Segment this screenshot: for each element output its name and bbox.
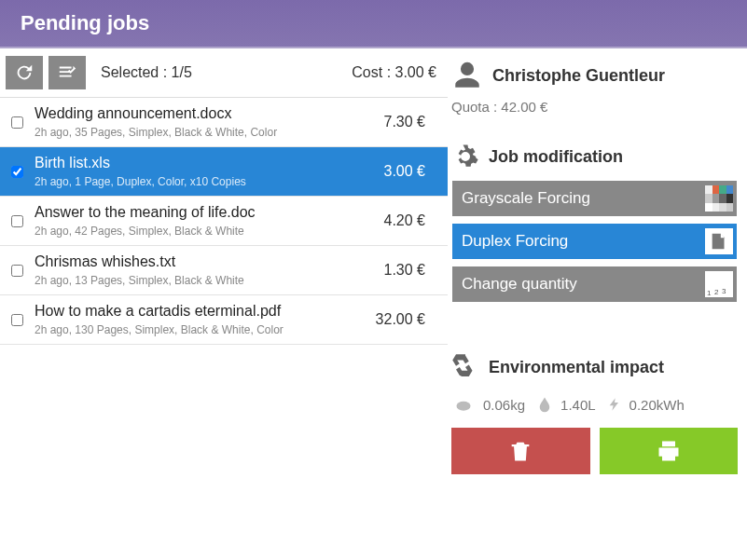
job-meta: 2h ago, 13 Pages, Simplex, Black & White (35, 274, 384, 287)
job-meta: 2h ago, 1 Page, Duplex, Color, x10 Copie… (35, 175, 384, 188)
grayscale-forcing-button[interactable]: Grayscale Forcing (451, 180, 738, 217)
job-meta: 2h ago, 130 Pages, Simplex, Black & Whit… (35, 323, 376, 336)
checklist-icon (57, 62, 77, 83)
job-row[interactable]: How to make a cartadis eterminal.pdf 2h … (0, 295, 448, 345)
job-checkbox[interactable] (11, 215, 23, 227)
env-co2: 0.06kg (483, 397, 525, 413)
grayscale-label: Grayscale Forcing (462, 189, 590, 208)
job-cost: 3.00 € (384, 163, 442, 180)
env-energy: 0.20kWh (629, 397, 685, 413)
duplex-label: Duplex Forcing (462, 232, 568, 251)
env-metrics: 0.06kg 1.40L 0.20kWh (451, 394, 738, 415)
side-panel: Christophe Guentleur Quota : 42.00 € Job… (448, 48, 747, 559)
duplex-icon (705, 228, 733, 254)
pages-icon: 1 2 3 (705, 271, 733, 297)
user-icon (451, 60, 483, 91)
selected-count-label: Selected : 1/5 (101, 64, 192, 81)
toolbar: Selected : 1/5 Cost : 3.00 € (0, 48, 448, 98)
duplex-forcing-button[interactable]: Duplex Forcing (451, 223, 738, 260)
user-section: Christophe Guentleur (451, 56, 738, 95)
job-title: Wedding announcement.docx (35, 105, 384, 122)
job-row[interactable]: Wedding announcement.docx 2h ago, 35 Pag… (0, 98, 448, 147)
recycle-icon (451, 353, 479, 381)
job-checkbox[interactable] (11, 265, 23, 277)
env-title: Environmental impact (489, 358, 664, 377)
change-quantity-button[interactable]: Change quantity 1 2 3 (451, 266, 738, 303)
env-section: Environmental impact (451, 349, 738, 385)
job-title: How to make a cartadis eterminal.pdf (35, 303, 376, 320)
refresh-icon (14, 62, 35, 83)
quota-label: Quota : 42.00 € (451, 99, 738, 115)
env-water: 1.40L (560, 397, 596, 413)
job-cost: 7.30 € (384, 114, 442, 130)
lightning-icon (607, 394, 622, 415)
job-row[interactable]: Chrismas whishes.txt 2h ago, 13 Pages, S… (0, 246, 448, 295)
job-title: Answer to the meaning of life.doc (35, 204, 384, 221)
job-title: Birth list.xls (35, 155, 384, 171)
co2-icon (451, 395, 476, 414)
job-checkbox[interactable] (11, 166, 23, 178)
job-row[interactable]: Birth list.xls 2h ago, 1 Page, Duplex, C… (0, 147, 448, 197)
job-title: Chrismas whishes.txt (35, 253, 384, 270)
printer-icon (655, 438, 683, 464)
total-cost-label: Cost : 3.00 € (352, 64, 436, 81)
color-swatch-icon (705, 185, 733, 212)
job-row[interactable]: Answer to the meaning of life.doc 2h ago… (0, 197, 448, 246)
svg-point-0 (457, 402, 471, 411)
refresh-button[interactable] (6, 56, 43, 89)
job-checkbox[interactable] (11, 116, 23, 129)
job-mod-title: Job modification (489, 147, 623, 167)
page-title: Pending jobs (21, 11, 149, 34)
job-checkbox[interactable] (11, 314, 23, 326)
page-header: Pending jobs (0, 0, 747, 48)
job-mod-section: Job modification (451, 139, 738, 174)
user-name: Christophe Guentleur (492, 66, 665, 86)
job-meta: 2h ago, 35 Pages, Simplex, Black & White… (35, 126, 384, 139)
select-all-button[interactable] (48, 56, 86, 89)
quantity-label: Change quantity (462, 275, 577, 294)
job-meta: 2h ago, 42 Pages, Simplex, Black & White (35, 225, 384, 238)
trash-icon (507, 438, 533, 464)
print-button[interactable] (600, 428, 739, 474)
action-bar (451, 428, 738, 474)
delete-button[interactable] (451, 428, 590, 474)
job-cost: 1.30 € (384, 262, 442, 279)
job-panel: Selected : 1/5 Cost : 3.00 € Wedding ann… (0, 48, 448, 559)
water-drop-icon (536, 394, 553, 415)
gear-icon (451, 143, 479, 171)
job-cost: 4.20 € (384, 212, 442, 229)
job-cost: 32.00 € (376, 311, 442, 328)
